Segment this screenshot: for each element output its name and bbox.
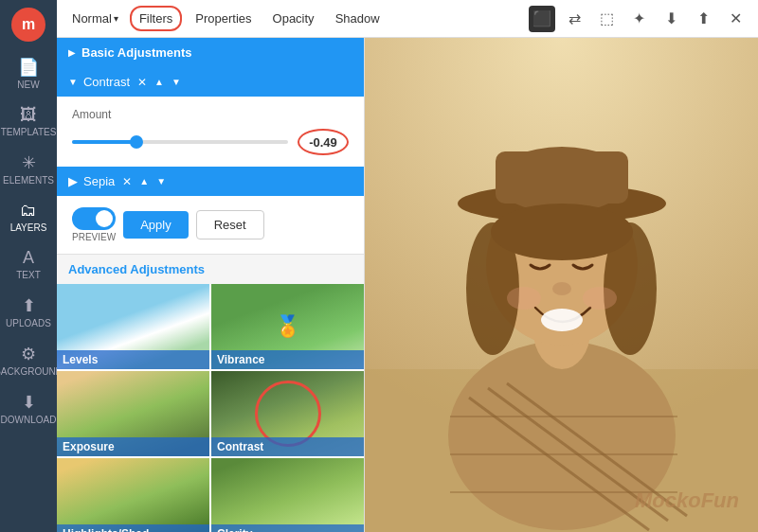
tab-shadow[interactable]: Shadow bbox=[328, 8, 388, 29]
sepia-up-icon[interactable]: ▲ bbox=[139, 176, 149, 186]
sidebar-item-layers[interactable]: 🗂 LAYERS bbox=[0, 193, 57, 240]
reset-button[interactable]: Reset bbox=[196, 210, 264, 239]
tab-opacity[interactable]: Opacity bbox=[265, 8, 322, 29]
exposure-label: Exposure bbox=[57, 437, 209, 456]
basic-adjustments-arrow: ▶ bbox=[68, 47, 76, 58]
sidebar-item-background-label: BACKGROUND bbox=[0, 366, 63, 377]
canvas-image: MockoFun bbox=[365, 38, 758, 532]
tab-properties[interactable]: Properties bbox=[188, 8, 259, 29]
toolbar-icon-down[interactable]: ⬇ bbox=[658, 6, 684, 32]
sidebar-item-text-label: TEXT bbox=[16, 270, 41, 280]
download-icon: ⬇ bbox=[22, 392, 36, 413]
vibrance-label: Vibrance bbox=[211, 350, 364, 369]
contrast-remove-icon[interactable]: ✕ bbox=[137, 76, 147, 89]
sidebar-item-uploads[interactable]: ⬆ UPLOADS bbox=[0, 288, 57, 336]
sepia-header[interactable]: ▶ Sepia ✕ ▲ ▼ bbox=[57, 167, 364, 196]
toolbar-icon-layer[interactable]: ⬚ bbox=[593, 6, 620, 32]
sidebar-item-new[interactable]: 📄 NEW bbox=[0, 49, 57, 98]
contrast-value-badge: -0.49 bbox=[298, 129, 349, 155]
sidebar-item-templates-label: TEMPLATES bbox=[1, 127, 57, 137]
content-area: ▶ Basic Adjustments ▼ Contrast ✕ ▲ ▼ Amo… bbox=[57, 38, 758, 532]
sidebar-item-download[interactable]: ⬇ DOWNLOAD bbox=[0, 384, 57, 433]
contrast-expand-icon: ▼ bbox=[68, 77, 78, 87]
advanced-grid: Levels 🏅 Vibrance Exposure Contrast bbox=[57, 284, 364, 532]
toolbar-icon-up[interactable]: ⬆ bbox=[690, 6, 716, 32]
contrast-label: Contrast bbox=[83, 75, 130, 89]
svg-point-19 bbox=[507, 287, 541, 310]
new-icon: 📄 bbox=[18, 57, 39, 78]
sidebar-item-download-label: DOWNLOAD bbox=[1, 415, 57, 425]
layers-icon: 🗂 bbox=[20, 201, 37, 221]
svg-point-20 bbox=[583, 287, 617, 310]
sidebar-item-elements[interactable]: ✳ ELEMENTS bbox=[0, 145, 57, 193]
normal-dropdown[interactable]: Normal ▾ bbox=[66, 8, 124, 29]
elements-icon: ✳ bbox=[22, 152, 36, 173]
basic-adjustments-header[interactable]: ▶ Basic Adjustments bbox=[57, 38, 364, 67]
contrast-down-icon[interactable]: ▼ bbox=[171, 77, 181, 87]
crown-icon: 🏅 bbox=[275, 314, 300, 339]
background-icon: ⚙ bbox=[21, 344, 36, 364]
highlights-label: Highlights/Shad bbox=[57, 524, 209, 532]
grid-item-vibrance[interactable]: 🏅 Vibrance bbox=[211, 284, 364, 369]
contrast-grid-label: Contrast bbox=[211, 437, 364, 456]
sepia-label: Sepia bbox=[83, 174, 115, 188]
slider-container: -0.49 bbox=[72, 129, 349, 155]
contrast-slider-row: Amount -0.49 bbox=[57, 97, 364, 167]
tab-filters[interactable]: Filters bbox=[130, 6, 182, 31]
basic-adjustments-title: Basic Adjustments bbox=[81, 45, 192, 60]
svg-point-17 bbox=[552, 282, 571, 295]
canvas-svg bbox=[365, 38, 758, 532]
sidebar-item-new-label: NEW bbox=[17, 80, 39, 90]
grid-item-exposure[interactable]: Exposure bbox=[57, 371, 209, 456]
toolbar-icon-square[interactable]: ⬛ bbox=[529, 6, 555, 32]
filters-panel: ▶ Basic Adjustments ▼ Contrast ✕ ▲ ▼ Amo… bbox=[57, 38, 365, 532]
left-sidebar: m 📄 NEW 🖼 TEMPLATES ✳ ELEMENTS 🗂 LAYERS … bbox=[0, 0, 57, 532]
levels-label: Levels bbox=[57, 350, 209, 369]
amount-label: Amount bbox=[72, 108, 349, 121]
sidebar-item-templates[interactable]: 🖼 TEMPLATES bbox=[0, 98, 57, 145]
normal-label: Normal bbox=[72, 11, 112, 26]
contrast-slider-track[interactable] bbox=[72, 140, 288, 144]
uploads-icon: ⬆ bbox=[22, 295, 36, 316]
grid-item-clarity[interactable]: Clarity bbox=[211, 458, 364, 532]
watermark: MockoFun bbox=[635, 488, 739, 513]
sidebar-item-text[interactable]: A TEXT bbox=[0, 240, 57, 288]
text-icon: A bbox=[23, 248, 34, 268]
sepia-expand-icon: ▶ bbox=[68, 174, 78, 188]
apply-button[interactable]: Apply bbox=[123, 211, 189, 239]
grid-item-contrast[interactable]: Contrast bbox=[211, 371, 364, 456]
toolbar-icon-close[interactable]: ✕ bbox=[722, 6, 749, 32]
preview-toggle[interactable] bbox=[72, 207, 116, 230]
toolbar: Normal ▾ Filters Properties Opacity Shad… bbox=[57, 0, 758, 38]
main-area: Normal ▾ Filters Properties Opacity Shad… bbox=[57, 0, 758, 532]
preview-row: PREVIEW Apply Reset bbox=[57, 196, 364, 254]
sidebar-item-background[interactable]: ⚙ BACKGROUND bbox=[0, 336, 57, 384]
advanced-adjustments-header: Advanced Adjustments bbox=[57, 254, 364, 284]
toolbar-icon-flip[interactable]: ⇄ bbox=[561, 6, 587, 32]
contrast-slider-thumb[interactable] bbox=[130, 135, 143, 149]
contrast-header[interactable]: ▼ Contrast ✕ ▲ ▼ bbox=[57, 67, 364, 97]
sidebar-item-uploads-label: UPLOADS bbox=[6, 318, 51, 328]
sepia-remove-icon[interactable]: ✕ bbox=[122, 175, 132, 188]
svg-point-16 bbox=[491, 204, 633, 260]
clarity-label: Clarity bbox=[211, 524, 364, 532]
preview-label: PREVIEW bbox=[72, 232, 116, 242]
templates-icon: 🖼 bbox=[20, 105, 37, 125]
contrast-slider-fill bbox=[72, 140, 136, 144]
sidebar-item-elements-label: ELEMENTS bbox=[3, 175, 54, 186]
toolbar-icon-magic[interactable]: ✦ bbox=[625, 6, 652, 32]
canvas-area: MockoFun bbox=[365, 38, 758, 532]
app-logo: m bbox=[11, 8, 45, 42]
contrast-up-icon[interactable]: ▲ bbox=[154, 77, 164, 87]
grid-item-highlights[interactable]: Highlights/Shad bbox=[57, 458, 209, 532]
sidebar-item-layers-label: LAYERS bbox=[10, 222, 47, 233]
svg-point-18 bbox=[541, 309, 583, 331]
grid-item-levels[interactable]: Levels bbox=[57, 284, 209, 369]
svg-rect-13 bbox=[496, 151, 628, 204]
sepia-down-icon[interactable]: ▼ bbox=[156, 176, 166, 186]
normal-dropdown-arrow: ▾ bbox=[114, 13, 118, 24]
toggle-knob bbox=[96, 210, 113, 227]
